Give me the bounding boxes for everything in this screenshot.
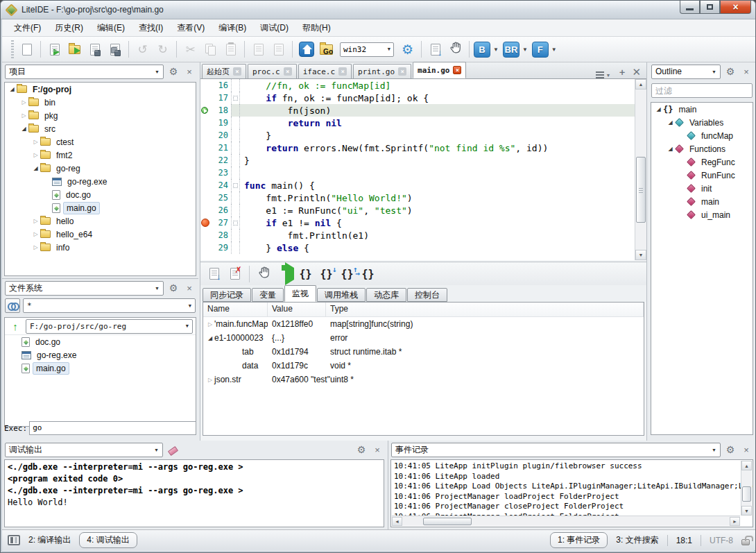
watch-row-5[interactable]: ▷json.str0x47a600 "test"uint8 * (203, 373, 644, 386)
fold-margin[interactable] (231, 229, 240, 241)
tab-list-button[interactable]: ▼ (596, 71, 613, 78)
project-item-go-reg[interactable]: ◢go-reg (5, 162, 196, 175)
path-combo[interactable]: F:/go-proj/src/go-reg ▼ (26, 319, 193, 334)
project-item-info[interactable]: ▷info (5, 241, 196, 254)
outline-item-regfunc[interactable]: RegFunc (651, 155, 753, 169)
scroll-thumb[interactable] (423, 518, 472, 525)
tab-close-icon[interactable]: × (398, 67, 406, 76)
project-item-bin[interactable]: ▷bin (5, 96, 196, 109)
build-br-button[interactable]: BR (503, 42, 519, 58)
debug-hand-button[interactable] (446, 40, 465, 59)
outline-item-main[interactable]: main (651, 195, 753, 208)
expander-icon[interactable]: ◢ (666, 119, 675, 126)
build-f-button[interactable]: F (532, 42, 549, 58)
tab-close-icon[interactable]: × (233, 67, 241, 76)
scroll-thumb[interactable] (742, 486, 751, 502)
step-brace-button[interactable]: {} (296, 264, 315, 283)
expander-icon[interactable]: ▷ (31, 218, 40, 224)
tab-close-icon[interactable]: × (338, 67, 347, 76)
statusbar-button-4-调试输出[interactable]: 4: 调试输出 (79, 532, 137, 548)
expander-icon[interactable]: ▷ (31, 231, 40, 237)
project-item-main-go[interactable]: main.go (5, 201, 196, 214)
line-number[interactable]: 28 (200, 229, 231, 241)
line-number[interactable]: 19 (200, 117, 231, 129)
chevron-down-icon[interactable]: ▼ (550, 46, 560, 53)
debug-tab-2[interactable]: 变量 (252, 288, 284, 302)
statusbar-text[interactable]: 18:1 (676, 536, 692, 545)
fold-margin[interactable] (231, 104, 240, 117)
clear-output-button[interactable] (166, 443, 179, 456)
clear-log-button[interactable]: ✗ (225, 264, 244, 283)
chevron-down-icon[interactable]: ▼ (521, 46, 531, 53)
event-log-close-button[interactable]: × (740, 443, 753, 456)
fold-marker-icon[interactable] (233, 183, 238, 188)
statusbar-text[interactable]: 2: 编译输出 (28, 534, 71, 546)
menu-item-8[interactable]: 帮助(H) (296, 20, 337, 36)
close-button[interactable]: × (720, 1, 751, 14)
debug-hand-button[interactable] (255, 264, 273, 283)
tab-close-icon[interactable]: × (453, 66, 461, 74)
event-log-combo[interactable]: 事件记录 ▼ (391, 443, 721, 457)
outline-panel-combo[interactable]: Outline ▼ (651, 65, 721, 79)
project-item-pkg[interactable]: ▷pkg (5, 109, 196, 122)
filesystem-gear-button[interactable]: ⚙ (167, 282, 180, 294)
project-item-ctest[interactable]: ▷ctest (5, 135, 196, 148)
menu-item-2[interactable]: 历史(R) (49, 20, 89, 36)
line-number[interactable]: 22 (200, 154, 231, 167)
editor-tab-iface-c[interactable]: iface.c× (298, 64, 352, 78)
debug-output-close-button[interactable]: × (371, 443, 384, 456)
fs-file-doc-go[interactable]: doc.go (5, 335, 196, 348)
tab-close-icon[interactable]: × (284, 67, 292, 76)
chevron-down-icon[interactable]: ▼ (492, 46, 501, 53)
line-number[interactable]: 18 (200, 104, 231, 117)
menu-item-6[interactable]: 编译(B) (212, 20, 252, 36)
fold-margin[interactable] (231, 241, 240, 254)
project-gear-button[interactable]: ⚙ (167, 65, 180, 78)
panel-columns-icon[interactable] (8, 535, 20, 545)
watch-column-value[interactable]: Value (268, 303, 326, 316)
project-close-button[interactable]: × (183, 65, 196, 78)
expander-icon[interactable]: ▷ (31, 244, 40, 250)
outline-item-variables[interactable]: ◢Variables (651, 116, 753, 129)
outline-item-init[interactable]: init (651, 182, 753, 195)
fold-margin[interactable] (231, 204, 240, 216)
minimize-button[interactable] (680, 1, 700, 14)
project-item-src[interactable]: ◢src (5, 122, 196, 135)
outline-item-funcmap[interactable]: funcMap (651, 129, 753, 142)
fs-file-go-reg-exe[interactable]: go-reg.exe (5, 348, 196, 361)
line-number[interactable]: 16 (200, 79, 231, 92)
fold-margin[interactable] (231, 79, 240, 92)
scroll-up-icon[interactable]: ▲ (741, 461, 752, 470)
editor-vscrollbar[interactable]: ▲▼ (635, 79, 646, 260)
exec-input[interactable]: go (29, 421, 196, 435)
project-item-hello[interactable]: ▷hello (5, 214, 196, 228)
debug-output-content[interactable]: <./gdb.exe --interpreter=mi --args go-re… (4, 459, 384, 527)
watch-row-2[interactable]: ◢e1-10000023{...}error (203, 331, 644, 345)
debug-tab-5[interactable]: 动态库 (366, 288, 406, 302)
expander-icon[interactable]: ◢ (654, 106, 663, 112)
expander-icon[interactable]: ▷ (206, 321, 214, 327)
filter-combo[interactable]: * ▼ (23, 298, 196, 313)
fold-margin[interactable] (231, 154, 240, 167)
editor-tab--[interactable]: 起始页× (202, 64, 246, 78)
watch-row-3[interactable]: tab0x1d1794struct runtime.itab * (203, 345, 644, 359)
save-file-button[interactable] (85, 40, 104, 59)
outline-item-ui-main[interactable]: ui_main (651, 208, 753, 221)
expander-icon[interactable]: ▷ (19, 112, 28, 119)
step-out-button[interactable]: {}↑ (338, 264, 356, 283)
build-config-button[interactable]: ↓ (426, 40, 445, 59)
line-number[interactable]: 20 (200, 129, 231, 142)
title-bar[interactable]: LiteIDE - F:\go-proj\src\go-reg\main.go … (1, 1, 755, 19)
watch-column-type[interactable]: Type (326, 303, 644, 316)
filesystem-close-button[interactable]: × (183, 282, 196, 294)
statusbar-text[interactable]: UTF-8 (710, 536, 733, 545)
watch-column-name[interactable]: Name (203, 303, 268, 316)
scroll-down-icon[interactable]: ▼ (741, 506, 752, 516)
expander-icon[interactable]: ◢ (31, 165, 40, 171)
project-item-hello-e64[interactable]: ▷hello_e64 (5, 228, 196, 241)
fold-margin[interactable] (231, 179, 240, 192)
expander-icon[interactable]: ▷ (31, 152, 40, 158)
outline-item-main[interactable]: ◢{}main (651, 103, 753, 116)
outline-item-runfunc[interactable]: RunFunc (651, 169, 753, 182)
statusbar-text[interactable]: 3: 文件搜索 (616, 534, 658, 546)
